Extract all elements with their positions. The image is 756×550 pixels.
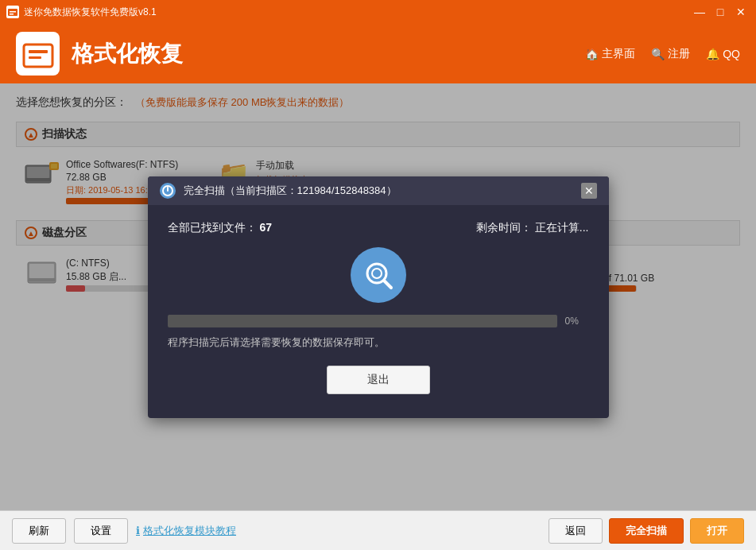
modal-progress-pct: 0% — [565, 316, 589, 327]
minimize-button[interactable]: — — [691, 5, 708, 19]
modal-progress-row: 0% — [168, 315, 589, 327]
refresh-button[interactable]: 刷新 — [12, 518, 66, 544]
modal-exit-button[interactable]: 退出 — [327, 366, 430, 394]
scan-modal: 完全扫描（当前扫描区：121984/152848384） ✕ 全部已找到文件： … — [148, 176, 609, 418]
modal-footer: 退出 — [168, 366, 589, 402]
nav-register[interactable]: 🔍 注册 — [651, 47, 690, 61]
modal-overlay: 完全扫描（当前扫描区：121984/152848384） ✕ 全部已找到文件： … — [0, 83, 756, 510]
bottom-bar: 刷新 设置 ℹ 格式化恢复模块教程 返回 完全扫描 打开 — [0, 510, 756, 550]
svg-point-29 — [372, 269, 382, 278]
app-title: 迷你免数据恢复软件免费版v8.1 — [24, 6, 157, 19]
home-icon: 🏠 — [585, 48, 599, 60]
svg-rect-1 — [10, 11, 16, 13]
modal-progress-bar — [168, 315, 557, 327]
settings-button[interactable]: 设置 — [74, 518, 128, 544]
back-button[interactable]: 返回 — [549, 518, 603, 544]
register-icon: 🔍 — [651, 48, 665, 60]
modal-scan-icon — [160, 183, 176, 199]
header-title: 格式化恢复 — [72, 39, 183, 69]
title-bar-left: 迷你免数据恢复软件免费版v8.1 — [6, 6, 157, 19]
nav-home[interactable]: 🏠 主界面 — [585, 47, 635, 61]
scan-circle-icon — [351, 247, 406, 303]
nav-qq[interactable]: 🔔 QQ — [706, 48, 740, 60]
maximize-button[interactable]: □ — [711, 5, 729, 19]
qq-icon: 🔔 — [706, 48, 719, 60]
header: 格式化恢复 🏠 主界面 🔍 注册 🔔 QQ — [0, 24, 756, 83]
window-controls: — □ ✕ — [691, 5, 750, 19]
bottom-left: 刷新 设置 ℹ 格式化恢复模块教程 — [12, 518, 236, 544]
app-logo — [16, 32, 60, 76]
files-found-label: 全部已找到文件： — [168, 221, 257, 234]
title-bar: 迷你免数据恢复软件免费版v8.1 — □ ✕ — [0, 0, 756, 24]
modal-body: 全部已找到文件： 67 剩余时间： 正在计算... — [148, 205, 609, 418]
header-left: 格式化恢复 — [16, 32, 183, 76]
open-button[interactable]: 打开 — [690, 518, 744, 544]
svg-rect-2 — [10, 14, 14, 15]
time-remaining-label: 剩余时间： — [476, 221, 532, 234]
main-content: 选择您想恢复的分区： （免费版能最多保存 200 MB恢复出来的数据） ▲ 扫描… — [0, 83, 756, 510]
app-icon — [6, 6, 19, 18]
info-icon: ℹ — [136, 525, 140, 536]
svg-rect-3 — [24, 45, 52, 67]
modal-stats-row: 全部已找到文件： 67 剩余时间： 正在计算... — [168, 221, 589, 235]
tutorial-link[interactable]: ℹ 格式化恢复模块教程 — [136, 524, 236, 538]
modal-big-icon-row — [168, 247, 589, 303]
svg-rect-4 — [29, 50, 48, 53]
time-remaining-value: 正在计算... — [535, 221, 589, 234]
modal-hint: 程序扫描完后请选择需要恢复的数据保存即可。 — [168, 335, 589, 350]
modal-title: 完全扫描（当前扫描区：121984/152848384） — [184, 184, 397, 198]
header-nav: 🏠 主界面 🔍 注册 🔔 QQ — [585, 47, 740, 61]
files-found-count: 67 — [259, 221, 272, 234]
modal-header-left: 完全扫描（当前扫描区：121984/152848384） — [160, 183, 397, 199]
close-button[interactable]: ✕ — [732, 5, 750, 19]
full-scan-button[interactable]: 完全扫描 — [609, 518, 684, 544]
modal-files-found: 全部已找到文件： 67 — [168, 221, 272, 235]
bottom-right: 返回 完全扫描 打开 — [549, 518, 744, 544]
modal-close-button[interactable]: ✕ — [581, 183, 597, 199]
modal-header: 完全扫描（当前扫描区：121984/152848384） ✕ — [148, 176, 609, 205]
svg-rect-5 — [29, 56, 41, 59]
svg-line-28 — [384, 281, 391, 288]
modal-time-remaining: 剩余时间： 正在计算... — [476, 221, 589, 235]
